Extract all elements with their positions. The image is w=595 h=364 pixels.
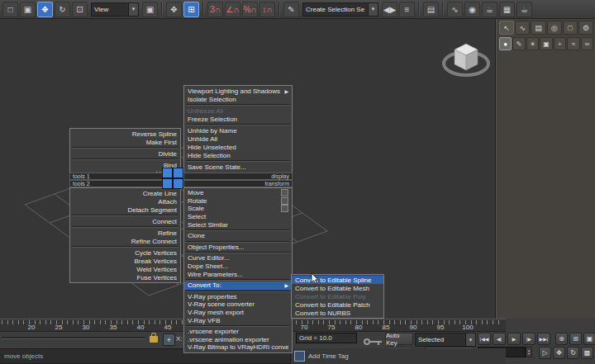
category-systems-icon[interactable]: ∞ (581, 37, 593, 50)
chevron-down-icon[interactable]: ▼ (128, 3, 138, 16)
menu-item-viewport-lighting-and-shadows[interactable]: Viewport Lighting and Shadows▶ (184, 87, 292, 95)
menu-item-v-ray-bitmap-to-vrayhdri-converter[interactable]: V-Ray Bitmap to VRayHDRI converter (184, 343, 292, 352)
select-and-move-icon[interactable]: ✥ (37, 2, 53, 17)
menu-item-scale[interactable]: Scale (184, 205, 292, 213)
menu-item-hide-unselected[interactable]: Hide Unselected (184, 143, 292, 151)
menu-item-convert-to-editable-spline[interactable]: Convert to Editable Spline (292, 276, 383, 284)
graph-editors-icon[interactable]: ∿ (447, 2, 463, 17)
menu-item-reverse-spline[interactable]: Reverse Spline (70, 130, 180, 138)
category-lights-icon[interactable]: ☀ (526, 37, 539, 50)
selection-region-icon[interactable]: □ (2, 2, 18, 17)
field-of-view-icon[interactable]: ▷ (539, 347, 551, 359)
mirror-icon[interactable]: ◀▶ (382, 2, 397, 17)
snap-toggle-3d-icon[interactable]: 3∩ (207, 2, 223, 17)
menu-item-unfreeze-all[interactable]: Unfreeze All (184, 106, 292, 115)
keyboard-override-icon[interactable]: ⊞ (183, 2, 199, 17)
settings-box-icon[interactable] (281, 205, 288, 212)
menu-item-curve-editor[interactable]: Curve Editor... (184, 254, 292, 262)
menu-item-hide-selection[interactable]: Hide Selection (184, 151, 292, 159)
menu-item-make-first[interactable]: Make First (70, 138, 180, 146)
tab-create[interactable]: ↖ (499, 21, 514, 35)
play-button[interactable]: ▶ (507, 333, 521, 345)
rendered-frame-icon[interactable]: ▦ (499, 2, 515, 17)
selection-lock-icon[interactable] (150, 336, 158, 343)
category-helpers-icon[interactable]: + (554, 37, 566, 50)
menu-item-dope-sheet[interactable]: Dope Sheet... (184, 262, 292, 271)
menu-item-fuse-vertices[interactable]: Fuse Vertices (70, 273, 180, 281)
menu-item-detach-segment[interactable]: Detach Segment (70, 206, 180, 214)
menu-item-freeze-selection[interactable]: Freeze Selection (184, 115, 292, 123)
render-production-icon[interactable]: ☕ (516, 2, 532, 17)
percent-snap-icon[interactable]: %∩ (242, 2, 258, 17)
view-cube[interactable] (436, 30, 496, 84)
layer-manager-icon[interactable]: ▤ (423, 2, 439, 17)
spinner-snap-icon[interactable]: ↕∩ (259, 2, 275, 17)
angle-snap-icon[interactable]: ∠∩ (225, 2, 240, 17)
select-and-manipulate-icon[interactable]: ✥ (166, 2, 182, 17)
selection-set-dropdown[interactable]: Create Selection Se ▼ (302, 2, 378, 17)
menu-item-isolate-selection[interactable]: Isolate Selection (184, 95, 292, 103)
menu-item-break-vertices[interactable]: Break Vertices (70, 257, 180, 265)
menu-item-divide[interactable]: Divide (70, 149, 180, 158)
category-geometry-icon[interactable]: ● (499, 37, 512, 50)
menu-item-save-scene-state[interactable]: Save Scene State... (184, 163, 292, 171)
tab-utilities[interactable]: ⚙ (578, 21, 593, 35)
chevron-down-icon[interactable]: ▼ (368, 3, 378, 16)
menu-item-unhide-all[interactable]: Unhide All (184, 135, 292, 143)
selection-filter-dropdown[interactable]: Selected ▼ (415, 333, 476, 347)
menu-item-convert-to[interactable]: Convert To:▶ (184, 281, 292, 290)
tab-motion[interactable]: ◎ (547, 21, 562, 35)
frame-spinner[interactable]: ▲▼ (526, 347, 532, 357)
menu-item-v-ray-scene-converter[interactable]: V-Ray scene converter (184, 300, 292, 309)
menu-item-create-line[interactable]: Create Line (70, 189, 180, 197)
category-space-warps-icon[interactable]: ≈ (567, 37, 579, 50)
menu-item-v-ray-properties[interactable]: V-Ray properties (184, 293, 292, 301)
render-setup-icon[interactable]: ☕ (482, 2, 497, 17)
category-cameras-icon[interactable]: ▣ (540, 37, 552, 50)
quad-header-transform[interactable]: transform (183, 180, 293, 187)
settings-box-icon[interactable] (281, 189, 288, 196)
menu-item-weld-vertices[interactable]: Weld Vertices (70, 265, 180, 273)
menu-item-v-ray-vfb[interactable]: V-Ray VFB (184, 316, 292, 324)
zoom-all-icon[interactable]: ⊞ (569, 333, 582, 345)
menu-item-wire-parameters[interactable]: Wire Parameters... (184, 270, 292, 278)
menu-item-convert-to-nurbs[interactable]: Convert to NURBS (292, 309, 383, 317)
mini-curve-editor-icon[interactable] (294, 351, 305, 362)
menu-item-cycle-vertices[interactable]: Cycle Vertices (70, 248, 180, 257)
window-crossing-icon[interactable]: ▣ (20, 2, 36, 17)
menu-item-select[interactable]: Select (184, 213, 292, 221)
menu-item-refine[interactable]: Refine (70, 229, 180, 237)
maximize-viewport-icon[interactable]: ▩ (581, 347, 593, 359)
menu-item-attach[interactable]: Attach (70, 197, 180, 206)
menu-item-convert-to-editable-patch[interactable]: Convert to Editable Patch (292, 300, 383, 309)
auto-key-button[interactable]: Auto Key (385, 333, 413, 345)
quad-menu-center-marker[interactable] (162, 168, 183, 189)
category-shapes-icon[interactable]: ✎ (512, 37, 525, 50)
zoom-icon[interactable]: ⊕ (555, 333, 568, 345)
menu-item-vrscene-exporter[interactable]: .vrscene exporter (184, 328, 292, 336)
select-and-rotate-icon[interactable]: ↻ (55, 2, 70, 17)
menu-item-unhide-by-name[interactable]: Unhide by Name (184, 126, 292, 135)
menu-item-connect[interactable]: Connect (70, 217, 180, 225)
add-time-tag[interactable]: Add Time Tag (308, 352, 349, 360)
menu-item-select-similar[interactable]: Select Similar (184, 220, 292, 229)
menu-item-object-properties[interactable]: Object Properties... (184, 243, 292, 252)
go-to-end-button[interactable]: ▶▶| (537, 333, 550, 345)
select-and-scale-icon[interactable]: ⊡ (72, 2, 88, 17)
menu-item-convert-to-editable-mesh[interactable]: Convert to Editable Mesh (292, 284, 383, 292)
menu-item-refine-connect[interactable]: Refine Connect (70, 237, 180, 245)
orbit-icon[interactable]: ↻ (567, 347, 579, 359)
menu-item-v-ray-mesh-export[interactable]: V-Ray mesh export (184, 309, 292, 317)
reference-coordinate-dropdown[interactable]: View ▼ (91, 2, 139, 17)
track-bar[interactable] (2, 337, 145, 339)
tab-display[interactable]: □ (563, 21, 578, 35)
menu-item-clone[interactable]: Clone (184, 232, 292, 240)
menu-item-vrscene-animation-exporter[interactable]: .vrscene animation exporter (184, 336, 292, 344)
tab-hierarchy[interactable]: ▤ (531, 21, 545, 35)
menu-item-convert-to-editable-poly[interactable]: Convert to Editable Poly (292, 292, 383, 300)
go-to-start-button[interactable]: |◀◀ (478, 333, 491, 345)
edit-named-selections-icon[interactable]: ✎ (283, 2, 299, 17)
tab-modify[interactable]: ∿ (515, 21, 530, 35)
menu-item-rotate[interactable]: Rotate (184, 197, 292, 206)
settings-box-icon[interactable] (281, 197, 288, 205)
